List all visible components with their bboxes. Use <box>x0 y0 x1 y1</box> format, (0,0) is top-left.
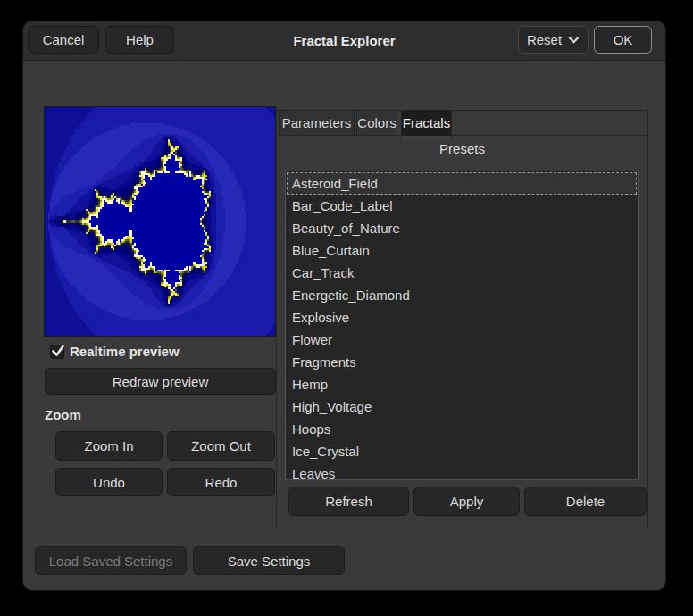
fractal-preview-canvas <box>45 107 275 336</box>
presets-label: Presets <box>277 141 647 156</box>
chevron-down-icon <box>568 34 580 46</box>
reset-button-label: Reset <box>527 32 562 47</box>
fractal-preview[interactable] <box>44 106 276 337</box>
zoom-out-button[interactable]: Zoom Out <box>167 431 275 461</box>
preset-item[interactable]: Beauty_of_Nature <box>287 217 637 239</box>
checkmark-icon <box>51 344 65 358</box>
refresh-button[interactable]: Refresh <box>288 487 409 516</box>
preset-list[interactable]: Asteroid_FieldBar_Code_LabelBeauty_of_Na… <box>285 171 639 480</box>
tab-fractals-label: Fractals <box>403 115 450 130</box>
redo-button[interactable]: Redo <box>167 468 275 496</box>
preset-item[interactable]: Explosive <box>287 306 637 329</box>
apply-button[interactable]: Apply <box>413 487 520 516</box>
tab-parameters[interactable]: Parameters <box>279 110 355 135</box>
preset-item[interactable]: Blue_Curtain <box>287 239 637 262</box>
tab-parameters-label: Parameters <box>282 115 352 130</box>
redraw-preview-label: Redraw preview <box>113 374 209 389</box>
preset-item[interactable]: Bar_Code_Label <box>287 195 637 217</box>
undo-label: Undo <box>93 475 125 490</box>
preset-item[interactable]: Energetic_Diamond <box>287 284 637 306</box>
preset-item[interactable]: Flower <box>287 329 637 351</box>
dialog-titlebar: Fractal Explorer Cancel Help Reset OK <box>23 21 665 61</box>
ok-button-label: OK <box>614 32 633 47</box>
preset-item[interactable]: Asteroid_Field <box>287 172 637 195</box>
preset-item[interactable]: Fragments <box>287 351 637 373</box>
apply-label: Apply <box>450 494 484 509</box>
refresh-label: Refresh <box>325 494 372 509</box>
load-saved-settings-label: Load Saved Settings <box>49 554 172 569</box>
zoom-in-label: Zoom In <box>84 438 133 454</box>
cancel-button[interactable]: Cancel <box>28 26 99 54</box>
delete-button[interactable]: Delete <box>524 487 647 516</box>
delete-label: Delete <box>566 494 605 509</box>
zoom-out-label: Zoom Out <box>191 438 251 454</box>
tab-colors-label: Colors <box>357 115 396 130</box>
realtime-preview-checkbox[interactable] <box>50 345 64 359</box>
tab-fractals[interactable]: Fractals <box>401 110 452 139</box>
ok-button[interactable]: OK <box>594 26 652 54</box>
redraw-preview-button[interactable]: Redraw preview <box>45 368 276 395</box>
save-settings-button[interactable]: Save Settings <box>193 546 345 575</box>
undo-button[interactable]: Undo <box>55 468 163 496</box>
tab-strip: Parameters Colors Fractals <box>276 110 648 136</box>
save-settings-label: Save Settings <box>228 554 311 569</box>
help-button[interactable]: Help <box>105 26 174 54</box>
realtime-preview-label: Realtime preview <box>70 344 180 359</box>
preset-item[interactable]: Leaves <box>287 462 637 480</box>
preset-item[interactable]: High_Voltage <box>287 395 637 418</box>
preset-item[interactable]: Hoops <box>287 418 637 440</box>
zoom-in-button[interactable]: Zoom In <box>55 431 163 461</box>
screenshot-stage: Fractal Explorer Cancel Help Reset OK <box>0 0 693 616</box>
preset-item[interactable]: Ice_Crystal <box>287 440 637 462</box>
reset-dropdown-button[interactable]: Reset <box>518 26 589 54</box>
dialog-title: Fractal Explorer <box>166 21 522 60</box>
redo-label: Redo <box>205 475 238 490</box>
cancel-button-label: Cancel <box>43 32 85 47</box>
tab-colors[interactable]: Colors <box>356 110 397 135</box>
fractal-explorer-dialog: Fractal Explorer Cancel Help Reset OK <box>23 21 665 590</box>
preset-item[interactable]: Hemp <box>287 373 637 395</box>
preset-item[interactable]: Car_Track <box>287 262 637 284</box>
help-button-label: Help <box>126 32 154 47</box>
zoom-section-label: Zoom <box>45 407 81 422</box>
load-saved-settings-button: Load Saved Settings <box>35 546 187 575</box>
settings-notebook: Parameters Colors Fractals Presets Aster… <box>276 110 648 529</box>
